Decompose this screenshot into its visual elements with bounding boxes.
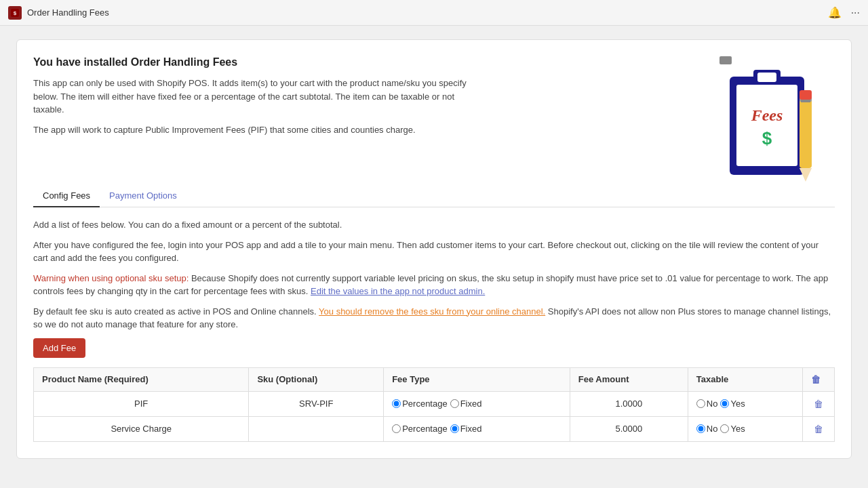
fees-table: Product Name (Required) Sku (Optional) F… — [33, 367, 835, 442]
channel-link[interactable]: You should remove the fees sku from your… — [319, 306, 545, 317]
intro-para1: This app can only be used with Shopify P… — [33, 77, 467, 117]
svg-rect-15 — [801, 100, 810, 102]
titlebar: $ Order Handling Fees 🔔 ··· — [0, 0, 868, 26]
table-row: Service ChargePercentageFixed5.0000NoYes… — [34, 416, 835, 441]
channel-paragraph: By default fee sku is auto created as ac… — [33, 305, 835, 331]
instruction-line2: After you have configured the fee, login… — [33, 239, 835, 265]
radio-taxable-yes[interactable]: Yes — [720, 399, 745, 409]
col-header-delete: 🗑 — [803, 367, 835, 391]
radio-fee-type-fixed[interactable]: Fixed — [450, 424, 482, 434]
channel-prefix: By default fee sku is auto created as ac… — [33, 306, 319, 317]
delete-header-icon: 🗑 — [811, 374, 821, 385]
more-options-icon[interactable]: ··· — [851, 7, 860, 19]
fees-svg-icon: Fees $ — [719, 56, 828, 185]
radio-fee-type-fixed[interactable]: Fixed — [450, 399, 482, 409]
app-icon: $ — [8, 6, 22, 20]
table-row: PIFSRV-PIFPercentageFixed1.0000NoYes🗑 — [34, 391, 835, 416]
svg-text:$: $ — [14, 10, 17, 16]
col-header-sku: Sku (Optional) — [249, 367, 384, 391]
cell-delete[interactable]: 🗑 — [803, 391, 835, 416]
svg-rect-14 — [800, 90, 812, 100]
cell-taxable[interactable]: NoYes — [688, 416, 802, 441]
intro-heading: You have installed Order Handling Fees — [33, 56, 467, 68]
delete-row-button[interactable]: 🗑 — [811, 397, 826, 411]
intro-text-block: You have installed Order Handling Fees T… — [33, 56, 467, 143]
svg-rect-3 — [736, 85, 797, 166]
svg-rect-10 — [719, 56, 732, 64]
intro-section: You have installed Order Handling Fees T… — [33, 56, 835, 185]
main-card: You have installed Order Handling Fees T… — [16, 39, 852, 459]
intro-para2: The app will work to capture Public Impr… — [33, 123, 467, 137]
tab-payment-options[interactable]: Payment Options — [100, 185, 186, 207]
cell-sku: SRV-PIF — [249, 391, 384, 416]
cell-product-name: PIF — [34, 391, 249, 416]
tab-config-fees[interactable]: Config Fees — [33, 185, 100, 207]
cell-product-name: Service Charge — [34, 416, 249, 441]
titlebar-actions: 🔔 ··· — [828, 6, 860, 19]
cell-fee-type[interactable]: PercentageFixed — [384, 416, 570, 441]
main-content: You have installed Order Handling Fees T… — [0, 26, 868, 483]
svg-rect-13 — [800, 158, 812, 163]
delete-row-button[interactable]: 🗑 — [811, 422, 826, 436]
titlebar-left: $ Order Handling Fees — [8, 6, 109, 20]
svg-text:$: $ — [762, 128, 772, 148]
col-header-fee-type: Fee Type — [384, 367, 570, 391]
svg-rect-8 — [800, 94, 812, 168]
radio-fee-type-percentage[interactable]: Percentage — [392, 424, 448, 434]
cell-sku — [249, 416, 384, 441]
radio-taxable-no[interactable]: No — [696, 424, 718, 434]
warning-paragraph: Warning when using optional sku setup: B… — [33, 272, 835, 298]
col-header-fee-amount: Fee Amount — [570, 367, 688, 391]
warning-link[interactable]: Edit the values in the app not product a… — [311, 286, 485, 296]
add-fee-button[interactable]: Add Fee — [33, 338, 85, 358]
instructions-block: Add a list of fees below. You can do a f… — [33, 218, 835, 331]
svg-text:Fees: Fees — [751, 106, 783, 124]
cell-fee-type[interactable]: PercentageFixed — [384, 391, 570, 416]
fees-illustration: Fees $ — [713, 56, 835, 185]
cell-taxable[interactable]: NoYes — [688, 391, 802, 416]
col-header-taxable: Taxable — [688, 367, 802, 391]
radio-fee-type-percentage[interactable]: Percentage — [392, 399, 448, 409]
radio-taxable-no[interactable]: No — [696, 399, 718, 409]
tabs: Config Fees Payment Options — [33, 185, 835, 207]
app-title: Order Handling Fees — [27, 7, 109, 18]
svg-rect-5 — [757, 73, 776, 82]
radio-taxable-yes[interactable]: Yes — [720, 424, 745, 434]
warning-prefix: Warning when using optional sku setup: — [33, 273, 189, 283]
col-header-product-name: Product Name (Required) — [34, 367, 249, 391]
bell-icon[interactable]: 🔔 — [828, 6, 842, 19]
instruction-line1: Add a list of fees below. You can do a f… — [33, 218, 835, 232]
cell-fee-amount: 5.0000 — [570, 416, 688, 441]
cell-fee-amount: 1.0000 — [570, 391, 688, 416]
cell-delete[interactable]: 🗑 — [803, 416, 835, 441]
